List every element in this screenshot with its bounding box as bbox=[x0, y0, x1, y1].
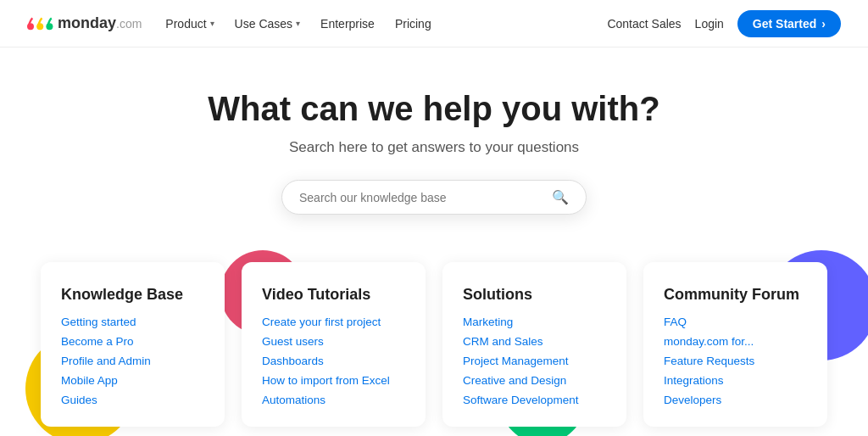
link-getting-started[interactable]: Getting started bbox=[61, 316, 204, 328]
nav-use-cases[interactable]: Use Cases ▾ bbox=[235, 17, 300, 31]
link-become-pro[interactable]: Become a Pro bbox=[61, 335, 204, 348]
solutions-links: Marketing CRM and Sales Project Manageme… bbox=[463, 316, 606, 406]
get-started-button[interactable]: Get Started › bbox=[737, 10, 841, 37]
logo-com: .com bbox=[116, 17, 142, 31]
link-guest-users[interactable]: Guest users bbox=[262, 335, 405, 348]
link-creative-design[interactable]: Creative and Design bbox=[463, 374, 606, 387]
video-tutorials-title: Video Tutorials bbox=[262, 286, 405, 304]
hero-section: What can we help you with? Search here t… bbox=[0, 48, 868, 242]
chevron-down-icon: ▾ bbox=[210, 19, 214, 28]
nav-right: Contact Sales Login Get Started › bbox=[607, 10, 841, 37]
knowledge-base-links: Getting started Become a Pro Profile and… bbox=[61, 316, 204, 406]
link-faq[interactable]: FAQ bbox=[664, 316, 807, 328]
login-link[interactable]: Login bbox=[695, 17, 724, 31]
nav-pricing[interactable]: Pricing bbox=[395, 17, 431, 31]
link-project-management[interactable]: Project Management bbox=[463, 355, 606, 367]
video-tutorials-links: Create your first project Guest users Da… bbox=[262, 316, 405, 406]
knowledge-base-card: Knowledge Base Getting started Become a … bbox=[41, 262, 225, 427]
search-icon: 🔍 bbox=[552, 189, 569, 205]
link-software-development[interactable]: Software Development bbox=[463, 394, 606, 406]
search-bar: 🔍 bbox=[281, 180, 587, 215]
video-tutorials-card: Video Tutorials Create your first projec… bbox=[242, 262, 426, 427]
community-forum-links: FAQ monday.com for... Feature Requests I… bbox=[664, 316, 807, 406]
link-feature-requests[interactable]: Feature Requests bbox=[664, 355, 807, 367]
search-bar-wrapper: 🔍 bbox=[27, 180, 841, 215]
link-create-first-project[interactable]: Create your first project bbox=[262, 316, 405, 328]
navbar: monday.com Product ▾ Use Cases ▾ Enterpr… bbox=[0, 0, 868, 48]
link-integrations[interactable]: Integrations bbox=[664, 374, 807, 387]
link-guides[interactable]: Guides bbox=[61, 394, 204, 406]
link-monday-for[interactable]: monday.com for... bbox=[664, 335, 807, 348]
contact-sales-link[interactable]: Contact Sales bbox=[607, 17, 681, 31]
hero-title: What can we help you with? bbox=[27, 88, 841, 129]
svg-point-0 bbox=[27, 23, 34, 30]
logo-text: monday.com bbox=[58, 14, 142, 32]
monday-logo-icon bbox=[27, 16, 54, 31]
link-dashboards[interactable]: Dashboards bbox=[262, 355, 405, 367]
link-automations[interactable]: Automations bbox=[262, 394, 405, 406]
cards-section: Knowledge Base Getting started Become a … bbox=[0, 242, 868, 427]
link-developers[interactable]: Developers bbox=[664, 394, 807, 406]
solutions-title: Solutions bbox=[463, 286, 606, 304]
link-profile-admin[interactable]: Profile and Admin bbox=[61, 355, 204, 367]
solutions-card: Solutions Marketing CRM and Sales Projec… bbox=[442, 262, 626, 427]
svg-point-1 bbox=[36, 23, 43, 30]
cards-grid: Knowledge Base Getting started Become a … bbox=[41, 262, 827, 427]
svg-point-2 bbox=[46, 23, 53, 30]
logo[interactable]: monday.com bbox=[27, 14, 142, 32]
nav-enterprise[interactable]: Enterprise bbox=[320, 17, 375, 31]
link-crm-sales[interactable]: CRM and Sales bbox=[463, 335, 606, 348]
hero-subtitle: Search here to get answers to your quest… bbox=[27, 139, 841, 156]
arrow-icon: › bbox=[821, 17, 826, 31]
link-marketing[interactable]: Marketing bbox=[463, 316, 606, 328]
chevron-down-icon: ▾ bbox=[296, 19, 300, 28]
community-forum-card: Community Forum FAQ monday.com for... Fe… bbox=[643, 262, 827, 427]
knowledge-base-title: Knowledge Base bbox=[61, 286, 204, 304]
search-input[interactable] bbox=[299, 191, 545, 204]
community-forum-title: Community Forum bbox=[664, 286, 807, 304]
link-mobile-app[interactable]: Mobile App bbox=[61, 374, 204, 387]
nav-links: Product ▾ Use Cases ▾ Enterprise Pricing bbox=[165, 17, 431, 31]
nav-left: monday.com Product ▾ Use Cases ▾ Enterpr… bbox=[27, 14, 431, 32]
nav-product[interactable]: Product ▾ bbox=[165, 17, 214, 31]
link-import-excel[interactable]: How to import from Excel bbox=[262, 374, 405, 387]
